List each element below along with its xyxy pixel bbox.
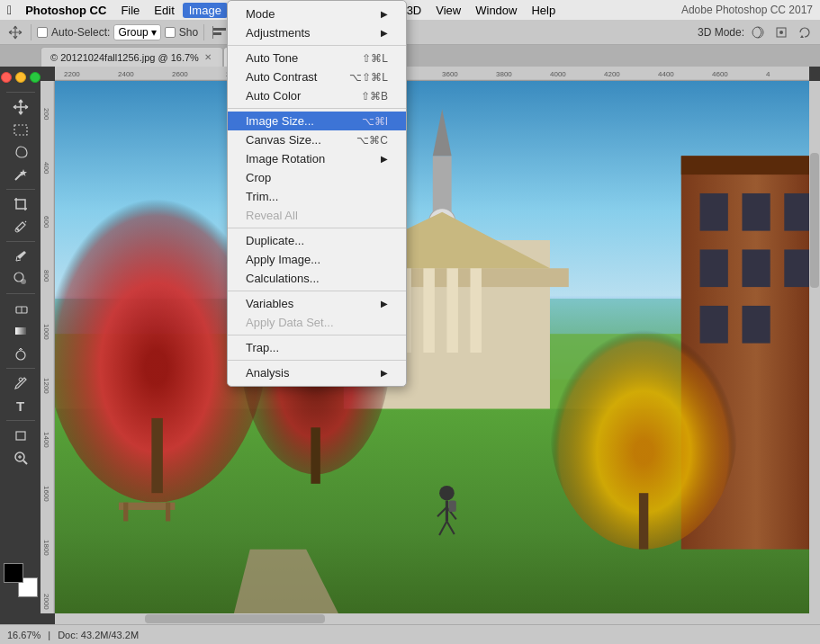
- menu-canvas-size-shortcut: ⌥⌘C: [356, 134, 388, 147]
- menu-adjustments-label: Adjustments: [246, 26, 311, 40]
- menu-sep-5: [228, 335, 406, 335]
- menu-sep-6: [228, 360, 406, 361]
- menu-trim-label: Trim...: [246, 190, 278, 203]
- menu-auto-tone[interactable]: Auto Tone ⇧⌘L: [228, 49, 406, 67]
- menu-analysis[interactable]: Analysis ▶: [228, 363, 406, 382]
- menu-auto-contrast-label: Auto Contrast: [246, 70, 318, 84]
- menu-auto-tone-shortcut: ⇧⌘L: [362, 52, 388, 65]
- menu-trim[interactable]: Trim...: [228, 187, 406, 206]
- menu-auto-tone-label: Auto Tone: [246, 51, 298, 65]
- menu-crop[interactable]: Crop: [228, 168, 406, 187]
- menu-crop-label: Crop: [246, 171, 271, 184]
- menu-analysis-label: Analysis: [246, 366, 289, 380]
- menu-mode[interactable]: Mode ▶: [228, 4, 406, 23]
- menu-auto-contrast-shortcut: ⌥⇧⌘L: [349, 71, 388, 84]
- menu-adjustments-arrow: ▶: [381, 28, 388, 38]
- menu-canvas-size[interactable]: Canvas Size... ⌥⌘C: [228, 130, 406, 149]
- menu-sep-1: [228, 45, 406, 46]
- menu-sep-2: [228, 108, 406, 109]
- menu-adjustments[interactable]: Adjustments ▶: [228, 23, 406, 42]
- menu-image-size[interactable]: Image Size... ⌥⌘I: [228, 112, 406, 130]
- menu-variables-label: Variables: [246, 297, 293, 310]
- menu-reveal-all: Reveal All: [228, 206, 406, 225]
- dropdown-overlay[interactable]: Mode ▶ Adjustments ▶ Auto Tone ⇧⌘L Auto …: [0, 0, 820, 644]
- menu-trap-label: Trap...: [246, 341, 279, 354]
- menu-canvas-size-label: Canvas Size...: [246, 133, 321, 147]
- menu-apply-data-set: Apply Data Set...: [228, 313, 406, 332]
- menu-calculations-label: Calculations...: [246, 272, 320, 285]
- menu-image-size-shortcut: ⌥⌘I: [362, 115, 388, 128]
- menu-mode-arrow: ▶: [381, 9, 388, 19]
- menu-calculations[interactable]: Calculations...: [228, 269, 406, 288]
- menu-duplicate-label: Duplicate...: [246, 234, 304, 247]
- menu-duplicate[interactable]: Duplicate...: [228, 231, 406, 250]
- menu-image-rotation[interactable]: Image Rotation ▶: [228, 149, 406, 168]
- image-menu-dropdown: Mode ▶ Adjustments ▶ Auto Tone ⇧⌘L Auto …: [227, 0, 407, 387]
- menu-apply-image[interactable]: Apply Image...: [228, 250, 406, 269]
- menu-variables[interactable]: Variables ▶: [228, 294, 406, 313]
- menu-sep-3: [228, 228, 406, 228]
- menu-reveal-all-label: Reveal All: [246, 209, 298, 222]
- menu-auto-color-label: Auto Color: [246, 89, 301, 103]
- menu-sep-4: [228, 291, 406, 291]
- menu-auto-color-shortcut: ⇧⌘B: [361, 90, 388, 103]
- menu-analysis-arrow: ▶: [381, 368, 388, 378]
- menu-image-size-label: Image Size...: [246, 114, 314, 128]
- menu-apply-data-set-label: Apply Data Set...: [246, 316, 334, 329]
- menu-mode-label: Mode: [246, 7, 275, 21]
- menu-image-rotation-label: Image Rotation: [246, 152, 325, 165]
- menu-trap[interactable]: Trap...: [228, 338, 406, 357]
- menu-apply-image-label: Apply Image...: [246, 253, 320, 266]
- menu-auto-color[interactable]: Auto Color ⇧⌘B: [228, 86, 406, 105]
- menu-auto-contrast[interactable]: Auto Contrast ⌥⇧⌘L: [228, 67, 406, 86]
- menu-variables-arrow: ▶: [381, 299, 388, 309]
- menu-image-rotation-arrow: ▶: [381, 154, 388, 164]
